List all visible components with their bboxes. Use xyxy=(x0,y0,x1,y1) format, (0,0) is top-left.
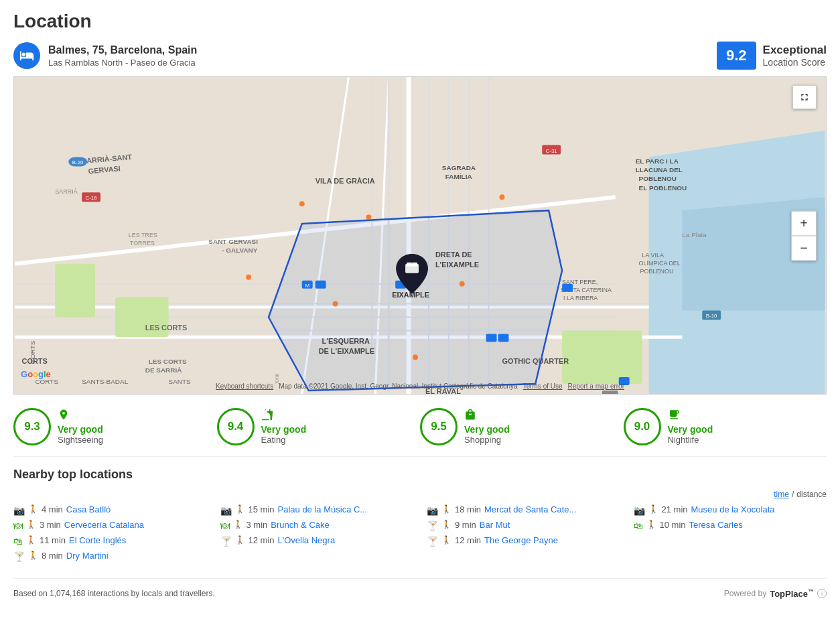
svg-text:SARRIÀ: SARRIÀ xyxy=(55,188,77,195)
walk-time: 10 min xyxy=(660,520,686,530)
location-header: Balmes, 75, Barcelona, Spain Las Ramblas… xyxy=(13,42,827,70)
walk-icon: 🚶 xyxy=(235,535,245,545)
walk-time: 18 min xyxy=(455,504,481,514)
score-name-nightlife: Nightlife xyxy=(668,435,713,445)
nearby-title: Nearby top locations xyxy=(13,468,827,482)
nearby-item: 📷 🚶 15 min Palau de la Música C... xyxy=(220,504,414,516)
svg-rect-88 xyxy=(498,334,509,342)
location-icon xyxy=(13,42,40,69)
address-sub: Las Ramblas North - Paseo de Gracia xyxy=(48,58,197,68)
svg-text:L'ESQUERRA: L'ESQUERRA xyxy=(322,337,370,345)
svg-rect-95 xyxy=(412,263,417,267)
time-link[interactable]: time xyxy=(774,490,789,499)
nearby-place-name[interactable]: Bar Mut xyxy=(480,520,510,530)
score-details-nightlife: Very good Nightlife xyxy=(668,409,713,445)
walk-icon: 🚶 xyxy=(235,504,245,514)
eating-cat-icon: 🍽 xyxy=(220,520,230,531)
svg-text:GOTHIC QUARTER: GOTHIC QUARTER xyxy=(502,357,569,365)
score-exceptional: Exceptional xyxy=(763,44,827,57)
google-logo: Google xyxy=(21,369,51,379)
svg-text:B-10: B-10 xyxy=(706,313,717,319)
svg-text:POBLENOU: POBLENOU xyxy=(640,268,674,275)
svg-rect-89 xyxy=(562,284,573,292)
zoom-in-button[interactable]: + xyxy=(792,211,816,235)
fullscreen-button[interactable] xyxy=(792,85,817,109)
nearby-place-name[interactable]: Brunch & Cake xyxy=(271,520,329,530)
nearby-place-name[interactable]: The George Payne xyxy=(484,535,558,545)
nightlife-cat-icon: 🍸 xyxy=(13,551,25,562)
address-main: Balmes, 75, Barcelona, Spain xyxy=(48,44,197,56)
score-label: Exceptional Location Score xyxy=(763,44,827,68)
svg-text:POBLENOU: POBLENOU xyxy=(639,175,677,182)
svg-text:TORRES: TORRES xyxy=(130,240,155,247)
svg-text:LA VILA: LA VILA xyxy=(642,252,664,259)
map-svg: SARRIÀ-SANT GERVASI SARRIÀ LES TRES TORR… xyxy=(14,77,826,394)
svg-rect-94 xyxy=(407,263,412,267)
walk-icon: 🚶 xyxy=(441,535,451,545)
svg-point-77 xyxy=(333,301,338,307)
topplace-brand: TopPlace™ xyxy=(770,588,814,599)
svg-text:DRETA DE: DRETA DE xyxy=(435,251,472,259)
info-icon[interactable]: i xyxy=(817,589,827,598)
keyboard-shortcuts[interactable]: Keyboard shortcuts xyxy=(216,382,273,390)
sightseeing-cat-icon: 📷 xyxy=(13,505,25,516)
walk-icon: 🚶 xyxy=(28,504,38,514)
svg-rect-20 xyxy=(55,264,95,318)
walk-icon: 🚶 xyxy=(26,535,36,545)
terms-of-use[interactable]: Terms of Use xyxy=(523,382,563,390)
score-location: Location Score xyxy=(763,57,827,68)
powered-by: Powered by TopPlace™ i xyxy=(724,588,827,599)
powered-by-label: Powered by xyxy=(724,589,766,598)
walk-time: 3 min xyxy=(40,520,61,530)
shopping-cat-icon: 🛍 xyxy=(634,520,643,531)
distance-link[interactable]: distance xyxy=(796,490,827,499)
nearby-item: 🍸 🚶 12 min The George Payne xyxy=(427,535,620,547)
control-separator: / xyxy=(792,490,794,499)
nearby-column-4: 📷 🚶 21 min Museu de la Xocolata 🛍 🚶 10 m… xyxy=(634,504,827,562)
nearby-place-name[interactable]: El Corte Inglés xyxy=(69,535,126,545)
walk-time: 21 min xyxy=(662,504,688,514)
sightseeing-cat-icon: 📷 xyxy=(427,505,438,516)
svg-text:La Plata: La Plata xyxy=(682,231,707,238)
nearby-place-name[interactable]: L'Ovella Negra xyxy=(278,535,336,545)
svg-text:- GALVANY: - GALVANY xyxy=(222,247,258,254)
nearby-item: 📷 🚶 21 min Museu de la Xocolata xyxy=(634,504,827,516)
svg-text:FAMÍLIA: FAMÍLIA xyxy=(445,173,472,180)
map-container[interactable]: SARRIÀ-SANT GERVASI SARRIÀ LES TRES TORR… xyxy=(13,76,827,395)
footer-row: Based on 1,074,168 interactions by local… xyxy=(13,578,827,602)
svg-text:SANT GERVASI: SANT GERVASI xyxy=(208,238,258,245)
nearby-place-name[interactable]: Cervecería Catalana xyxy=(64,520,144,530)
svg-text:SAGRADA: SAGRADA xyxy=(442,164,476,171)
nearby-place-name[interactable]: Mercat de Santa Cate... xyxy=(484,504,576,514)
walk-icon: 🚶 xyxy=(233,520,243,529)
nearby-place-name[interactable]: Teresa Carles xyxy=(689,520,743,530)
score-name-sightseeing: Sightseeing xyxy=(58,435,103,445)
address-block: Balmes, 75, Barcelona, Spain Las Ramblas… xyxy=(48,44,197,68)
score-rating-nightlife: Very good xyxy=(668,424,713,435)
walk-time: 4 min xyxy=(42,504,63,514)
report-map-error[interactable]: Report a map error xyxy=(568,382,624,390)
svg-point-79 xyxy=(499,194,504,200)
nearby-place-name[interactable]: Dry Martini xyxy=(66,551,109,561)
score-name-eating: Eating xyxy=(261,435,307,445)
location-info: Balmes, 75, Barcelona, Spain Las Ramblas… xyxy=(13,42,197,69)
walk-icon: 🚶 xyxy=(441,520,451,529)
scores-section: 9.3 Very good Sightseeing 9.4 Very good … xyxy=(13,395,827,457)
nearby-place-name[interactable]: Museu de la Xocolata xyxy=(691,504,775,514)
svg-text:DE SARRIÀ: DE SARRIÀ xyxy=(145,366,182,374)
walk-time: 12 min xyxy=(455,535,481,545)
svg-point-80 xyxy=(413,354,418,360)
eating-icon xyxy=(261,409,307,423)
sightseeing-cat-icon: 📷 xyxy=(220,505,232,516)
walk-icon: 🚶 xyxy=(648,504,658,514)
nightlife-cat-icon: 🍸 xyxy=(427,536,438,547)
zoom-out-button[interactable]: − xyxy=(792,236,816,260)
nearby-place-name[interactable]: Casa Batlló xyxy=(66,504,111,514)
walk-time: 11 min xyxy=(40,535,66,545)
score-rating-shopping: Very good xyxy=(464,424,510,435)
nearby-place-name[interactable]: Palau de la Música C... xyxy=(278,504,368,514)
sightseeing-cat-icon: 📷 xyxy=(634,505,645,516)
eating-cat-icon: 🍽 xyxy=(13,520,23,531)
svg-text:LES TRES: LES TRES xyxy=(129,232,157,238)
nearby-item: 📷 🚶 4 min Casa Batlló xyxy=(13,504,207,516)
